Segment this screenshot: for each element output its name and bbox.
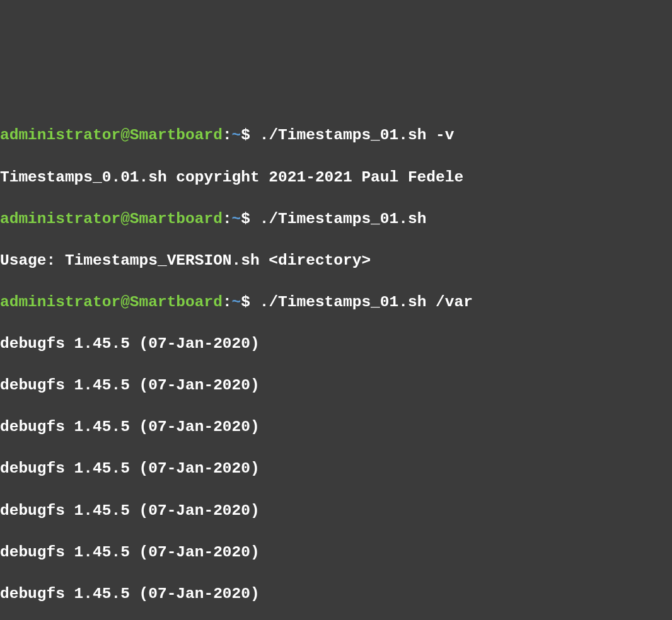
- debugfs-line: debugfs 1.45.5 (07-Jan-2020): [0, 542, 672, 563]
- output-line: Timestamps_0.01.sh copyright 2021-2021 P…: [0, 167, 672, 188]
- prompt-path: ~: [232, 127, 241, 144]
- prompt-colon: :: [223, 294, 232, 311]
- prompt-at: @: [120, 294, 130, 311]
- output-line: Usage: Timestamps_VERSION.sh <directory>: [0, 250, 672, 271]
- debugfs-line: debugfs 1.45.5 (07-Jan-2020): [0, 416, 672, 437]
- prompt-host: Smartboard: [130, 127, 223, 144]
- prompt-dollar: $: [241, 127, 259, 144]
- command-text: ./Timestamps_01.sh /var: [260, 294, 473, 311]
- command-text: ./Timestamps_01.sh -v: [260, 127, 455, 144]
- terminal[interactable]: administrator@Smartboard:~$ ./Timestamps…: [0, 104, 672, 620]
- prompt-colon: :: [223, 210, 232, 227]
- prompt-line-2: administrator@Smartboard:~$ ./Timestamps…: [0, 209, 672, 229]
- debugfs-line: debugfs 1.45.5 (07-Jan-2020): [0, 583, 672, 604]
- prompt-path: ~: [232, 210, 241, 227]
- prompt-user: administrator: [0, 210, 120, 227]
- command-text: ./Timestamps_01.sh: [260, 210, 427, 227]
- debugfs-line: debugfs 1.45.5 (07-Jan-2020): [0, 500, 672, 521]
- prompt-at: @: [120, 127, 130, 144]
- prompt-dollar: $: [241, 294, 259, 311]
- prompt-dollar: $: [241, 210, 259, 227]
- prompt-path: ~: [232, 294, 241, 311]
- prompt-colon: :: [223, 127, 232, 144]
- prompt-line-1: administrator@Smartboard:~$ ./Timestamps…: [0, 125, 672, 146]
- prompt-host: Smartboard: [130, 210, 223, 227]
- debugfs-line: debugfs 1.45.5 (07-Jan-2020): [0, 333, 672, 354]
- prompt-at: @: [120, 210, 130, 227]
- debugfs-line: debugfs 1.45.5 (07-Jan-2020): [0, 458, 672, 479]
- prompt-user: administrator: [0, 294, 120, 311]
- debugfs-line: debugfs 1.45.5 (07-Jan-2020): [0, 375, 672, 396]
- prompt-line-3: administrator@Smartboard:~$ ./Timestamps…: [0, 292, 672, 313]
- prompt-user: administrator: [0, 127, 120, 144]
- prompt-host: Smartboard: [130, 294, 223, 311]
